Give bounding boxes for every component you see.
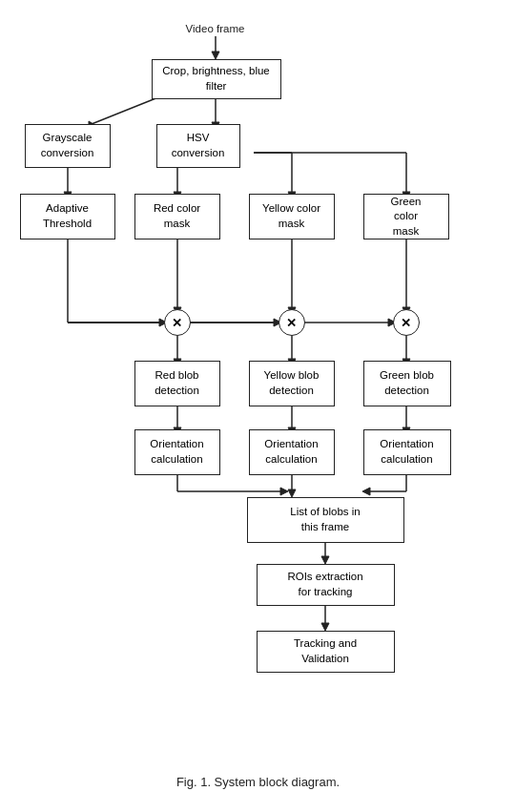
hsv-box: HSVconversion [156, 124, 240, 168]
red-orient-box: Orientationcalculation [134, 429, 220, 475]
video-frame-label: Video frame [173, 23, 258, 34]
tracking-box: Tracking andValidation [257, 631, 395, 673]
svg-marker-43 [280, 488, 288, 495]
green-mask-box: Greencolormask [363, 194, 449, 239]
figure-caption: Fig. 1. System block diagram. [176, 775, 340, 789]
svg-marker-45 [288, 489, 296, 497]
yellow-blob-box: Yellow blobdetection [249, 361, 335, 406]
rois-box: ROIs extractionfor tracking [257, 564, 395, 606]
svg-line-2 [92, 97, 158, 124]
green-blob-box: Green blobdetection [363, 361, 451, 406]
svg-marker-52 [321, 623, 329, 631]
svg-marker-1 [212, 52, 219, 59]
red-mask-box: Red colormask [134, 194, 220, 239]
yellow-orient-box: Orientationcalculation [249, 429, 335, 475]
grayscale-box: Grayscaleconversion [25, 124, 111, 168]
red-blob-box: Red blobdetection [134, 361, 220, 406]
multiply-circle-yellow: ✕ [279, 309, 305, 336]
svg-marker-50 [321, 556, 329, 564]
crop-box: Crop, brightness, blue filter [152, 59, 281, 99]
adaptive-threshold-box: AdaptiveThreshold [20, 194, 115, 239]
multiply-circle-red: ✕ [164, 309, 191, 336]
yellow-mask-box: Yellow colormask [249, 194, 335, 239]
list-blobs-box: List of blobs inthis frame [247, 497, 404, 543]
green-orient-box: Orientationcalculation [363, 429, 451, 475]
multiply-circle-green: ✕ [393, 309, 420, 336]
diagram: Video frame Crop, brightness, blue filte… [10, 19, 506, 763]
svg-marker-48 [362, 488, 370, 495]
